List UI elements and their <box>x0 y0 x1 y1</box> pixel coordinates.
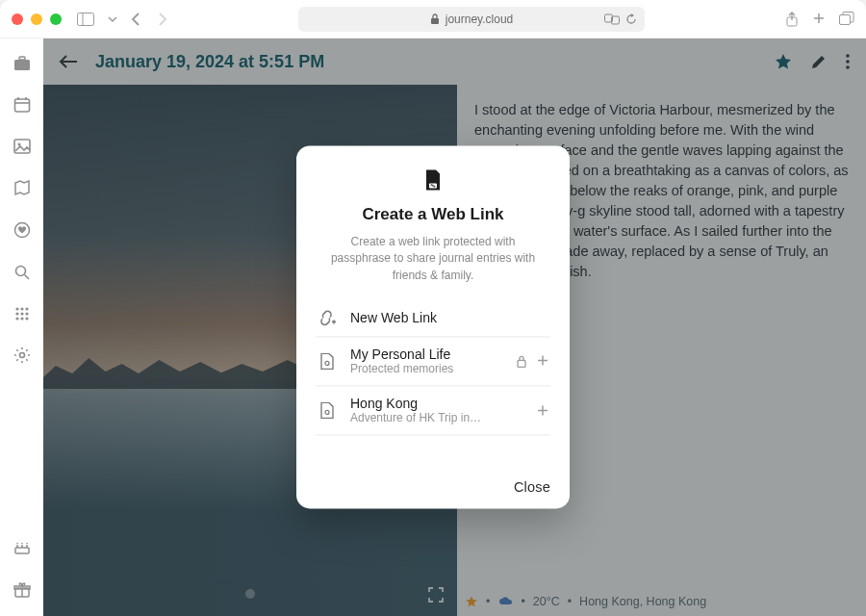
minimize-window-button[interactable] <box>31 13 42 25</box>
modal-description: Create a web link protected with passphr… <box>316 234 550 284</box>
svg-point-31 <box>26 543 28 545</box>
app-sidebar <box>0 38 43 616</box>
svg-point-41 <box>325 411 329 415</box>
share-icon[interactable] <box>785 12 799 27</box>
svg-rect-0 <box>78 13 94 25</box>
svg-point-18 <box>15 307 18 310</box>
translate-icon[interactable] <box>604 13 620 25</box>
svg-point-23 <box>25 312 28 315</box>
forward-icon[interactable] <box>156 13 167 26</box>
svg-point-39 <box>325 362 329 366</box>
image-icon[interactable] <box>13 139 31 154</box>
content-area: January 19, 2024 at 5:51 PM I stood a <box>0 38 866 616</box>
svg-point-22 <box>20 312 23 315</box>
svg-point-26 <box>25 317 28 320</box>
sidebar-toggle-icon[interactable] <box>77 13 94 26</box>
browser-chrome: journey.cloud <box>0 0 866 38</box>
svg-point-25 <box>20 317 23 320</box>
svg-rect-8 <box>19 57 25 60</box>
add-icon[interactable] <box>537 355 548 369</box>
address-host: journey.cloud <box>446 13 514 26</box>
svg-point-19 <box>20 307 23 310</box>
weblink-item-title: My Personal Life <box>350 347 502 363</box>
apps-icon[interactable] <box>14 306 30 321</box>
new-weblink-row[interactable]: New Web Link <box>316 300 550 338</box>
tabs-icon[interactable] <box>839 12 854 27</box>
cake-icon[interactable] <box>13 539 31 556</box>
svg-rect-28 <box>15 548 29 553</box>
address-right-icons <box>604 13 637 25</box>
browser-right <box>785 12 854 27</box>
svg-rect-7 <box>14 60 30 70</box>
browser-controls <box>77 13 167 26</box>
search-icon[interactable] <box>13 264 31 281</box>
svg-rect-2 <box>431 18 439 24</box>
document-icon <box>318 402 337 420</box>
back-icon[interactable] <box>131 13 142 26</box>
weblink-item-subtitle: Protected memories <box>350 363 502 376</box>
gift-icon[interactable] <box>13 581 31 599</box>
map-icon[interactable] <box>13 179 31 196</box>
address-bar[interactable]: journey.cloud <box>298 7 645 32</box>
svg-point-24 <box>15 317 18 320</box>
window-traffic-lights <box>12 13 62 25</box>
chevron-down-icon[interactable] <box>108 14 117 24</box>
svg-point-16 <box>15 267 25 276</box>
weblink-item-title: Hong Kong <box>350 397 523 412</box>
svg-rect-13 <box>14 140 30 153</box>
modal-title: Create a Web Link <box>316 205 550 224</box>
close-button[interactable]: Close <box>514 480 550 496</box>
new-weblink-label: New Web Link <box>350 311 548 326</box>
weblink-item-row[interactable]: Hong Kong Adventure of HK Trip in… <box>316 387 550 436</box>
svg-point-29 <box>16 543 18 545</box>
calendar-icon[interactable] <box>13 96 31 114</box>
close-window-button[interactable] <box>12 13 23 25</box>
create-weblink-modal: Create a Web Link Create a web link prot… <box>296 145 570 508</box>
add-icon[interactable] <box>537 405 548 417</box>
new-tab-icon[interactable] <box>812 12 826 27</box>
svg-point-27 <box>19 353 24 358</box>
lock-icon <box>430 13 440 25</box>
gear-icon[interactable] <box>13 346 31 364</box>
svg-line-17 <box>24 275 29 280</box>
svg-rect-6 <box>840 14 851 24</box>
link-plus-icon <box>318 310 337 327</box>
weblink-item-subtitle: Adventure of HK Trip in… <box>350 412 523 425</box>
svg-rect-40 <box>518 361 525 368</box>
address-bar-wrap: journey.cloud <box>167 7 776 32</box>
svg-rect-9 <box>14 99 29 112</box>
fullscreen-window-button[interactable] <box>50 13 62 25</box>
svg-point-21 <box>15 312 18 315</box>
document-icon <box>318 353 337 371</box>
browser-window: journey.cloud <box>0 0 866 616</box>
heart-icon[interactable] <box>13 221 31 239</box>
lock-icon <box>516 355 527 369</box>
svg-point-20 <box>25 307 28 310</box>
weblink-item-row[interactable]: My Personal Life Protected memories <box>316 338 550 387</box>
document-link-icon <box>423 168 443 192</box>
svg-point-30 <box>21 543 23 545</box>
briefcase-icon[interactable] <box>13 56 31 71</box>
reload-icon[interactable] <box>625 13 637 25</box>
